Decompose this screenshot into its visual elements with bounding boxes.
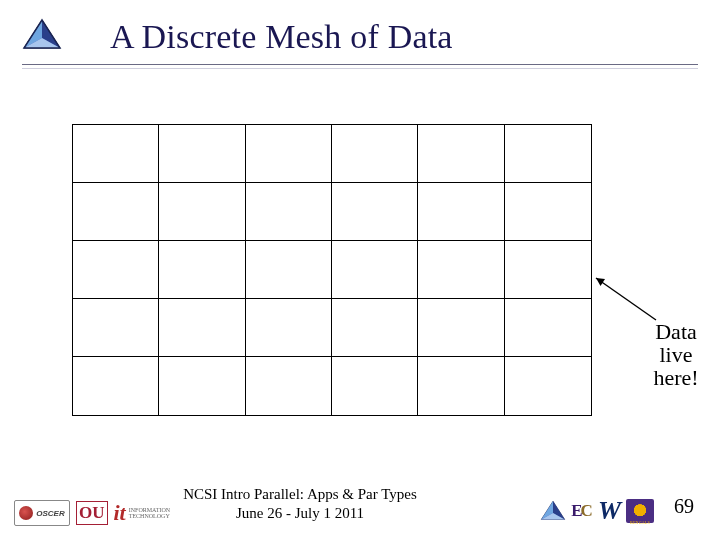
mesh-cell (332, 125, 418, 183)
mesh-cell (332, 241, 418, 299)
mesh-cell (418, 241, 504, 299)
slide-number: 69 (674, 495, 694, 518)
footer-logos-right: EC W BENGALS (540, 496, 654, 526)
mesh-cell (505, 357, 591, 415)
mesh-cell (73, 183, 159, 241)
mesh-cell (246, 183, 332, 241)
mesh-cell (505, 125, 591, 183)
slide: A Discrete Mesh of Data (0, 0, 720, 540)
mesh-cell (418, 125, 504, 183)
mesh-cell (246, 125, 332, 183)
footer-text: NCSI Intro Parallel: Apps & Par Types Ju… (170, 485, 430, 522)
annotation-line: here! (636, 366, 716, 389)
mesh-cell (418, 299, 504, 357)
svg-marker-6 (596, 278, 605, 286)
w-logo-icon: W (598, 496, 621, 526)
ou-logo-icon: OU (76, 501, 108, 525)
title-rule (22, 64, 698, 69)
mesh-cell (332, 357, 418, 415)
mesh-cell (505, 299, 591, 357)
footer-line: NCSI Intro Parallel: Apps & Par Types (170, 485, 430, 503)
mesh-cell (246, 241, 332, 299)
triangle-logo-icon (22, 18, 62, 56)
mesh-cell (332, 183, 418, 241)
mesh-cell (73, 357, 159, 415)
data-mesh-grid (72, 124, 592, 416)
mesh-cell (246, 299, 332, 357)
mesh-cell (159, 299, 245, 357)
lsu-logo-icon: BENGALS (626, 499, 654, 523)
footer-logos-left: OSCER OU it INFORMATION TECHNOLOGY (14, 500, 170, 526)
mesh-cell (418, 183, 504, 241)
annotation-line: live (636, 343, 716, 366)
mesh-cell (73, 241, 159, 299)
mesh-cell (332, 299, 418, 357)
mesh-cell (418, 357, 504, 415)
annotation-label: Data live here! (636, 320, 716, 389)
mesh-cell (159, 357, 245, 415)
mesh-cell (73, 299, 159, 357)
mesh-cell (159, 241, 245, 299)
annotation-line: Data (636, 320, 716, 343)
mesh-cell (159, 125, 245, 183)
mesh-cell (505, 183, 591, 241)
footer-line: June 26 - July 1 2011 (170, 504, 430, 522)
mesh-cell (505, 241, 591, 299)
slide-title: A Discrete Mesh of Data (110, 18, 453, 56)
mesh-cell (159, 183, 245, 241)
triangle-logo-small-icon (540, 500, 566, 522)
mesh-cell (246, 357, 332, 415)
mesh-cell (73, 125, 159, 183)
it-logo-icon: it INFORMATION TECHNOLOGY (114, 500, 171, 526)
svg-line-5 (596, 278, 656, 320)
oscer-logo-icon: OSCER (14, 500, 70, 526)
ec-logo-icon: EC (571, 501, 593, 521)
